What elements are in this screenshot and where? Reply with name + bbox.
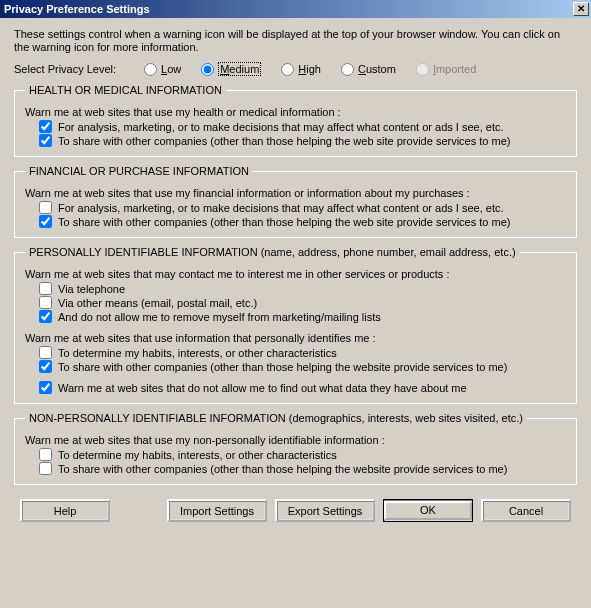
intro-text: These settings control when a warning ic… [14, 28, 577, 54]
pii2-item-0[interactable]: To determine my habits, interests, or ot… [39, 346, 566, 359]
group-pii-legend: PERSONALLY IDENTIFIABLE INFORMATION (nam… [25, 246, 520, 258]
radio-custom[interactable]: Custom [341, 63, 396, 76]
export-settings-button[interactable]: Export Settings [275, 499, 375, 522]
nonpii-label-1: To share with other companies (other tha… [58, 463, 507, 475]
import-settings-button[interactable]: Import Settings [167, 499, 267, 522]
nonpii-check-0[interactable] [39, 448, 52, 461]
group-health-legend: HEALTH OR MEDICAL INFORMATION [25, 84, 226, 96]
ok-button[interactable]: OK [383, 499, 473, 522]
health-label-1: To share with other companies (other tha… [58, 135, 510, 147]
pii2-label-0: To determine my habits, interests, or ot… [58, 347, 337, 359]
pii1-label-1: Via other means (email, postal mail, etc… [58, 297, 257, 309]
pii2-check-1[interactable] [39, 360, 52, 373]
nonpii-subhead: Warn me at web sites that use my non-per… [25, 434, 566, 446]
pii3-check-0[interactable] [39, 381, 52, 394]
nonpii-check-1[interactable] [39, 462, 52, 475]
health-subhead: Warn me at web sites that use my health … [25, 106, 566, 118]
pii1-check-1[interactable] [39, 296, 52, 309]
radio-custom-input[interactable] [341, 63, 354, 76]
nonpii-label-0: To determine my habits, interests, or ot… [58, 449, 337, 461]
financial-subhead: Warn me at web sites that use my financi… [25, 187, 566, 199]
pii3-item-0[interactable]: Warn me at web sites that do not allow m… [39, 381, 566, 394]
group-financial-legend: FINANCIAL OR PURCHASE INFORMATION [25, 165, 253, 177]
pii2-check-0[interactable] [39, 346, 52, 359]
pii1-item-0[interactable]: Via telephone [39, 282, 566, 295]
radio-medium-input[interactable] [201, 63, 214, 76]
financial-item-0[interactable]: For analysis, marketing, or to make deci… [39, 201, 566, 214]
window-title: Privacy Preference Settings [4, 3, 150, 15]
cancel-button[interactable]: Cancel [481, 499, 571, 522]
dialog-content: These settings control when a warning ic… [0, 18, 591, 530]
radio-low-input[interactable] [144, 63, 157, 76]
group-pii: PERSONALLY IDENTIFIABLE INFORMATION (nam… [14, 246, 577, 404]
pii1-check-0[interactable] [39, 282, 52, 295]
privacy-level-label: Select Privacy Level: [14, 63, 144, 75]
pii3-label-0: Warn me at web sites that do not allow m… [58, 382, 467, 394]
pii1-label-2: And do not allow me to remove myself fro… [58, 311, 381, 323]
radio-imported-label: Imported [433, 63, 476, 75]
radio-medium-label: Medium [218, 62, 261, 76]
financial-label-1: To share with other companies (other tha… [58, 216, 510, 228]
titlebar: Privacy Preference Settings ✕ [0, 0, 591, 18]
radio-low-label: Low [161, 63, 181, 75]
pii2-item-1[interactable]: To share with other companies (other tha… [39, 360, 566, 373]
help-button[interactable]: Help [20, 499, 110, 522]
radio-imported: Imported [416, 63, 476, 76]
group-financial: FINANCIAL OR PURCHASE INFORMATION Warn m… [14, 165, 577, 238]
health-item-1[interactable]: To share with other companies (other tha… [39, 134, 566, 147]
group-nonpii: NON-PERSONALLY IDENTIFIABLE INFORMATION … [14, 412, 577, 485]
pii2-label-1: To share with other companies (other tha… [58, 361, 507, 373]
health-check-0[interactable] [39, 120, 52, 133]
pii1-label-0: Via telephone [58, 283, 125, 295]
pii1-check-2[interactable] [39, 310, 52, 323]
financial-check-0[interactable] [39, 201, 52, 214]
nonpii-item-1[interactable]: To share with other companies (other tha… [39, 462, 566, 475]
pii-subhead2: Warn me at web sites that use informatio… [25, 332, 566, 344]
radio-high-input[interactable] [281, 63, 294, 76]
privacy-level-row: Select Privacy Level: Low Medium High Cu… [14, 62, 577, 76]
financial-item-1[interactable]: To share with other companies (other tha… [39, 215, 566, 228]
pii1-item-1[interactable]: Via other means (email, postal mail, etc… [39, 296, 566, 309]
pii1-item-2[interactable]: And do not allow me to remove myself fro… [39, 310, 566, 323]
health-item-0[interactable]: For analysis, marketing, or to make deci… [39, 120, 566, 133]
radio-high-label: High [298, 63, 321, 75]
group-nonpii-legend: NON-PERSONALLY IDENTIFIABLE INFORMATION … [25, 412, 527, 424]
button-row: Help Import Settings Export Settings OK … [14, 493, 577, 522]
health-label-0: For analysis, marketing, or to make deci… [58, 121, 504, 133]
close-button[interactable]: ✕ [573, 2, 589, 16]
radio-high[interactable]: High [281, 63, 321, 76]
health-check-1[interactable] [39, 134, 52, 147]
radio-custom-label: Custom [358, 63, 396, 75]
radio-medium[interactable]: Medium [201, 62, 261, 76]
radio-low[interactable]: Low [144, 63, 181, 76]
radio-imported-input [416, 63, 429, 76]
group-health: HEALTH OR MEDICAL INFORMATION Warn me at… [14, 84, 577, 157]
financial-check-1[interactable] [39, 215, 52, 228]
financial-label-0: For analysis, marketing, or to make deci… [58, 202, 504, 214]
nonpii-item-0[interactable]: To determine my habits, interests, or ot… [39, 448, 566, 461]
pii-subhead1: Warn me at web sites that may contact me… [25, 268, 566, 280]
